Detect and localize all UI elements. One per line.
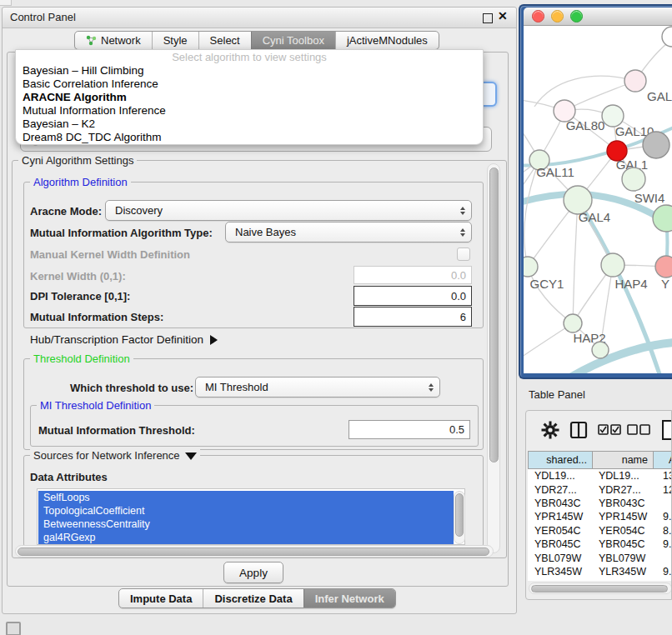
tab-network[interactable]: Network <box>75 32 152 49</box>
network-node-label: Y <box>661 277 669 291</box>
settings-horizontal-scrollbar[interactable] <box>15 545 494 558</box>
dropdown-item[interactable]: Mutual Information Inference <box>16 104 483 118</box>
dpi-tolerance-value: 0.0 <box>451 290 466 302</box>
network-window-titlebar[interactable] <box>524 8 672 26</box>
apply-button[interactable]: Apply <box>223 562 283 583</box>
tab-label: Discretize Data <box>214 592 292 605</box>
dropdown-item[interactable]: Basic Correlation Inference <box>16 78 483 91</box>
panel-title: Control Panel <box>10 11 76 23</box>
float-panel-icon[interactable] <box>483 13 493 23</box>
tab-cyni-toolbox[interactable]: Cyni Toolbox <box>251 32 335 49</box>
column-header-shared-name[interactable]: shared... <box>528 451 592 469</box>
tab-jactivemnodules[interactable]: jActiveMNodules <box>335 32 439 49</box>
dropdown-item[interactable]: Bayesian – Hill Climbing <box>16 64 483 78</box>
stepper-arrows-icon <box>429 383 434 392</box>
list-item[interactable]: TopologicalCoefficient <box>38 504 454 518</box>
tab-select[interactable]: Select <box>198 32 251 49</box>
cell-shared-name: YLR345W <box>528 566 592 578</box>
table-row[interactable]: YIL052C YIL052C 9 <box>528 578 672 581</box>
sources-toggle[interactable]: Sources for Network Inference <box>30 449 200 462</box>
dropdown-item[interactable]: Bayesian – K2 <box>16 118 483 131</box>
mi-algorithm-type-select[interactable]: Naive Bayes <box>225 222 472 242</box>
expand-arrow-icon[interactable] <box>210 335 218 345</box>
network-node[interactable] <box>624 70 646 92</box>
cell-shared-name: YBR043C <box>528 498 592 509</box>
cell-shared-name: YDR27... <box>528 484 592 496</box>
mi-steps-value: 6 <box>460 311 466 323</box>
minimize-traffic-light-icon[interactable] <box>551 10 564 22</box>
data-attributes-list[interactable]: SelfLoopsTopologicalCoefficientBetweenne… <box>37 488 465 545</box>
column-header-third[interactable]: A <box>653 451 672 469</box>
which-threshold-select[interactable]: MI Threshold <box>195 377 440 398</box>
scrollbar-thumb[interactable] <box>18 548 489 556</box>
dropdown-items: Bayesian – Hill ClimbingBasic Correlatio… <box>16 64 483 144</box>
document-icon[interactable] <box>661 419 672 441</box>
dropdown-item[interactable]: Dream8 DC_TDC Algorithm <box>16 131 483 144</box>
table-row[interactable]: YDL19... YDL19... 13 <box>528 469 672 482</box>
scrollbar-thumb[interactable] <box>455 493 464 537</box>
aracne-mode-label: Aracne Mode: <box>30 205 102 218</box>
close-traffic-light-icon[interactable] <box>532 10 544 22</box>
manual-kernel-width-checkbox[interactable] <box>457 248 470 261</box>
hub-definition-toggle[interactable]: Hub/Transcription Factor Definition <box>30 333 218 346</box>
network-node[interactable] <box>564 314 582 332</box>
mi-algorithm-type-value: Naive Bayes <box>235 226 296 238</box>
zoom-traffic-light-icon[interactable] <box>570 10 583 22</box>
kernel-width-value: 0.0 <box>451 269 466 282</box>
network-node[interactable] <box>524 257 538 277</box>
tab-label: Network <box>101 34 141 47</box>
table-row[interactable]: YPR145W YPR145W 9. <box>528 510 672 523</box>
network-node[interactable] <box>662 27 672 47</box>
table-row[interactable]: YLR345W YLR345W 9. <box>528 565 672 578</box>
split-columns-icon[interactable] <box>569 421 588 439</box>
stepper-arrows-icon <box>460 228 465 237</box>
tab-impute-data[interactable]: Impute Data <box>119 589 203 608</box>
list-item[interactable]: SelfLoops <box>38 491 454 504</box>
apply-button-label: Apply <box>239 567 268 579</box>
hub-definition-label: Hub/Transcription Factor Definition <box>30 333 203 346</box>
table-row[interactable]: YBL079W YBL079W <box>528 551 672 564</box>
group-title: Algorithm Definition <box>30 176 131 188</box>
network-node[interactable] <box>592 342 609 358</box>
tab-label: Impute Data <box>130 592 192 605</box>
mi-threshold-input[interactable]: 0.5 <box>349 420 470 439</box>
table-row[interactable]: YER054C YER054C 8. <box>528 524 672 538</box>
network-canvas[interactable]: GAL7GAL80GAL10GAL1GAL11SWI4GAL4GCY1HAP4Y… <box>524 26 672 373</box>
dropdown-placeholder: Select algorithm to view settings <box>16 50 483 64</box>
minimized-panel-icon[interactable] <box>6 622 21 635</box>
table-horizontal-scrollbar[interactable] <box>529 582 672 594</box>
column-header-label: A <box>669 454 672 466</box>
table-row[interactable]: YBR045C YBR045C 9. <box>528 538 672 551</box>
tab-style[interactable]: Style <box>152 32 198 49</box>
table-row[interactable]: YDR27... YDR27... 12 <box>528 482 672 496</box>
column-header-name[interactable]: name <box>592 451 653 469</box>
scrollbar-thumb[interactable] <box>531 585 668 592</box>
scrollbar-thumb[interactable] <box>489 168 499 462</box>
collapse-arrow-icon[interactable] <box>185 452 197 460</box>
close-icon[interactable]: ✕ <box>498 9 508 22</box>
select-all-checkboxes-icon[interactable] <box>598 424 621 435</box>
cell-value: 8. <box>653 525 672 537</box>
table-body: YDL19... YDL19... 13 YDR27... YDR27... 1… <box>528 469 672 581</box>
network-node-label: GAL11 <box>536 165 574 179</box>
aracne-mode-select[interactable]: Discovery <box>105 200 472 221</box>
network-node[interactable] <box>653 205 672 232</box>
dropdown-item[interactable]: ARACNE Algorithm <box>16 91 483 104</box>
list-item[interactable]: gal4RGexp <box>38 531 454 544</box>
mi-steps-input[interactable]: 6 <box>354 307 472 327</box>
list-item[interactable]: BetweennessCentrality <box>38 518 454 531</box>
network-node[interactable] <box>655 256 672 278</box>
gear-icon[interactable] <box>541 421 559 439</box>
settings-vertical-scrollbar[interactable] <box>487 163 500 553</box>
tab-infer-network[interactable]: Infer Network <box>303 589 395 608</box>
network-node[interactable] <box>622 168 645 191</box>
dpi-tolerance-input[interactable]: 0.0 <box>354 286 472 306</box>
network-node[interactable] <box>601 253 624 277</box>
deselect-all-checkboxes-icon[interactable] <box>627 424 650 435</box>
table-row[interactable]: YBR043C YBR043C <box>528 497 672 510</box>
kernel-width-input[interactable]: 0.0 <box>354 266 472 284</box>
tab-discretize-data[interactable]: Discretize Data <box>203 589 303 608</box>
mi-algorithm-type-label: Mutual Information Algorithm Type: <box>30 227 213 239</box>
network-node[interactable] <box>643 132 669 158</box>
list-vertical-scrollbar[interactable] <box>454 491 465 544</box>
